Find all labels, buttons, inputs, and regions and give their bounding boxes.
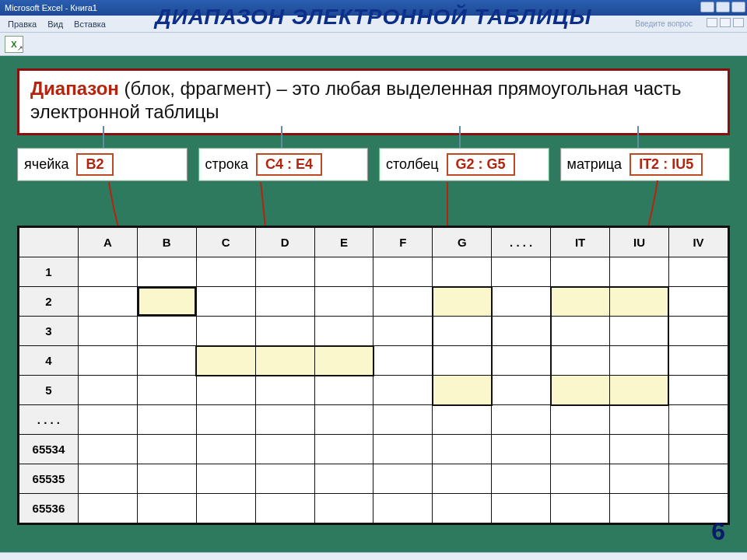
row-header: 3 — [19, 317, 79, 346]
cell-it5 — [551, 376, 610, 405]
close-button[interactable] — [731, 2, 745, 12]
row: 5 — [19, 376, 728, 405]
page-number: 6 — [711, 517, 725, 546]
row: 65534 — [19, 435, 728, 464]
types-row: ячейка B2 строка C4 : E4 столбец G2 : G5… — [17, 148, 730, 181]
cell-b2 — [137, 287, 196, 317]
type-ref: IT2 : IU5 — [630, 153, 703, 176]
type-cell: ячейка B2 — [17, 148, 188, 181]
type-label: матрица — [567, 156, 622, 173]
type-ref: G2 : G5 — [447, 153, 515, 176]
col-header: D — [255, 228, 314, 257]
menubar-item[interactable]: Вставка — [74, 19, 106, 29]
col-header: C — [196, 228, 255, 257]
row-header: 65535 — [19, 464, 79, 494]
definition-text: (блок, фрагмент) – это любая выделенная … — [30, 78, 682, 122]
definition-term: Диапазон — [30, 78, 119, 99]
col-header: IT — [551, 228, 610, 257]
col-header: B — [137, 228, 196, 257]
connector-bracket — [17, 126, 730, 149]
doc-close-button[interactable] — [733, 18, 744, 27]
row-header: 65534 — [19, 435, 79, 464]
type-matrix: матрица IT2 : IU5 — [560, 148, 731, 181]
cell-iu5 — [610, 376, 669, 405]
col-header: F — [374, 228, 433, 257]
excel-titlebar: Microsoft Excel - Книга1 — [0, 0, 747, 16]
col-header: IV — [668, 228, 728, 257]
help-search-hint[interactable]: Введите вопрос — [635, 19, 693, 28]
type-label: строка — [205, 156, 249, 173]
cell-g2 — [433, 287, 492, 317]
maximize-button[interactable] — [716, 2, 730, 12]
row: 65536 — [19, 494, 728, 523]
col-header: . . . . — [492, 228, 551, 257]
menubar-item[interactable]: Вид — [47, 19, 63, 29]
cell-it4 — [551, 346, 610, 376]
row: 1 — [19, 257, 728, 287]
cell-it3 — [551, 317, 610, 346]
row-header: 4 — [19, 346, 79, 376]
excel-menubar: Правка Вид Вставка Введите вопрос — [0, 16, 747, 33]
titlebar-text: Microsoft Excel - Книга1 — [5, 3, 97, 12]
col-header: E — [314, 228, 374, 257]
type-ref: B2 — [76, 153, 113, 176]
cell-g3 — [433, 317, 492, 346]
type-label: столбец — [386, 156, 439, 173]
row: 4 — [19, 346, 728, 376]
doc-restore-button[interactable] — [720, 18, 731, 27]
cell-iu4 — [610, 346, 669, 376]
type-column: столбец G2 : G5 — [379, 148, 549, 181]
shortcut-arrow-icon: ↗ — [17, 44, 23, 52]
window-buttons — [700, 2, 745, 12]
row-header: 1 — [19, 257, 79, 287]
col-header: IU — [610, 228, 669, 257]
row: 2 — [19, 287, 728, 317]
cell-c4 — [196, 346, 255, 376]
row-header: . . . . — [19, 405, 79, 435]
cell-g5 — [433, 376, 492, 405]
row: 65535 — [19, 464, 728, 494]
minimize-button[interactable] — [700, 2, 714, 12]
cell-e4 — [314, 346, 374, 376]
cell-iu2 — [610, 287, 669, 317]
row-header: 2 — [19, 287, 79, 317]
spreadsheet-grid: A B C D E F G . . . . IT IU IV 1 2 — [17, 226, 730, 525]
cell-it2 — [551, 287, 610, 317]
type-row: строка C4 : E4 — [198, 148, 369, 181]
cell-g4 — [433, 346, 492, 376]
row: 3 — [19, 317, 728, 346]
type-label: ячейка — [24, 156, 68, 173]
col-header: G — [433, 228, 492, 257]
excel-icon-row: X ↗ — [0, 33, 747, 56]
row: . . . . — [19, 405, 728, 435]
row-header: 65536 — [19, 494, 79, 523]
col-header: A — [78, 228, 137, 257]
corner-cell — [19, 228, 79, 257]
column-headers-row: A B C D E F G . . . . IT IU IV — [19, 228, 728, 257]
menubar-item[interactable]: Правка — [8, 19, 37, 29]
cell-d4 — [255, 346, 314, 376]
doc-minimize-button[interactable] — [707, 18, 717, 27]
document-window-buttons — [707, 18, 744, 27]
bottom-bar — [0, 552, 747, 560]
cell-iu3 — [610, 317, 669, 346]
row-header: 5 — [19, 376, 79, 405]
excel-icon-glyph: X — [11, 40, 16, 49]
type-ref: C4 : E4 — [256, 153, 322, 176]
